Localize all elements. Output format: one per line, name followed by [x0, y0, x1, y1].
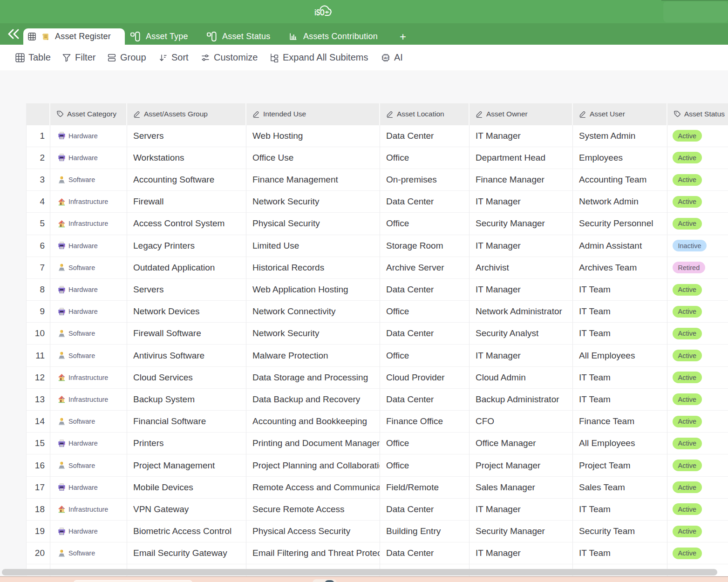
svg-text:AI: AI [384, 56, 388, 60]
svg-text:iSO: iSO [314, 7, 325, 17]
